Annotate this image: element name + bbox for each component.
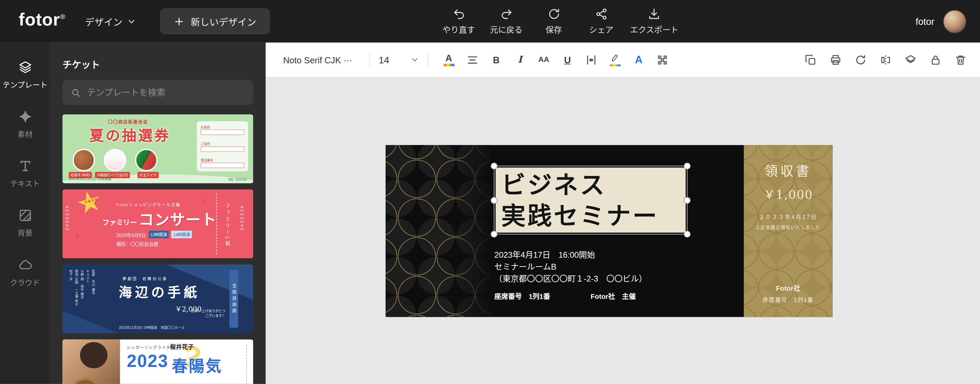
thumb2-host: Fotorショッピングモール主催 — [116, 201, 181, 207]
save-button[interactable]: 保存 — [535, 8, 572, 35]
chevron-down-icon — [411, 56, 419, 64]
lock-button[interactable] — [926, 50, 945, 69]
thumb2-title-big: コンサート — [139, 208, 217, 229]
design-menu[interactable]: デザイン — [85, 15, 136, 28]
template-thumb-summer-lottery[interactable]: 〇〇商店街連合会 夏の抽選券 松阪牛 800G 沖縄旅行ペア2泊3日 大玉スイカ… — [63, 115, 253, 183]
italic-button[interactable]: I — [511, 50, 530, 69]
search-input[interactable] — [87, 88, 245, 97]
text-effects-button[interactable]: A — [630, 50, 648, 69]
undo-label: 元に戻る — [490, 23, 523, 35]
canvas[interactable]: 領収書 ￥1,000 ２０２３年4月17日 上記金額正領収いたしました Foto… — [266, 78, 980, 384]
download-icon — [648, 8, 661, 21]
cloud-icon — [18, 258, 32, 272]
ticket-info-text[interactable]: 2023年4月17日 16:00開始 セミナールームB （東京都〇〇区〇〇町１-… — [495, 249, 647, 285]
case-letters: AA — [538, 55, 549, 65]
bold-button[interactable]: B — [487, 50, 506, 69]
form-label: お名前 — [201, 124, 245, 129]
template-search[interactable] — [63, 80, 253, 105]
print-button[interactable] — [826, 50, 845, 69]
font-size-select[interactable]: 14 — [379, 54, 419, 65]
opacity-button[interactable] — [653, 50, 672, 69]
flip-button[interactable] — [876, 50, 895, 69]
sidebar-item-templates[interactable]: テンプレート — [0, 50, 50, 99]
perforation-line — [247, 344, 247, 384]
template-thumb-spring-concert[interactable]: ? シンガーソングライター 桜井花子 2023 春陽気 May 6, 2023 … — [63, 339, 253, 384]
thumb1-footer-date: 2023年8月1日(月) 20時抽選 — [69, 176, 111, 182]
toolbar-divider — [427, 52, 428, 68]
sidebar-item-elements[interactable]: 素材 — [0, 99, 50, 149]
rotate-button[interactable] — [851, 50, 870, 69]
avatar[interactable] — [943, 10, 966, 33]
search-icon — [71, 87, 81, 98]
sidebar-item-cloud[interactable]: クラウド — [0, 247, 50, 297]
rotate-icon — [854, 53, 867, 66]
thumb3-seating: 全席自由席 — [229, 270, 238, 328]
checkerboard-icon — [656, 53, 669, 66]
sidebar-item-text[interactable]: テキスト — [0, 149, 50, 198]
thumb3-title: 海辺の手紙 — [119, 282, 200, 301]
prize-photo-watermelon — [135, 149, 158, 171]
export-button[interactable]: エクスポート — [630, 8, 679, 35]
layers-button[interactable] — [901, 50, 920, 69]
selection-handle-bottom-left[interactable] — [491, 231, 498, 237]
thumb4-title: 春陽気 — [172, 353, 223, 376]
prize-ribbon: 大玉スイカ — [137, 172, 159, 178]
template-thumb-seaside-letter[interactable]: 監督 北川 謙司 キャスト： 小野 翔 桜木 穂次 相羽 正樹 一之瀬 和子 松… — [63, 264, 253, 333]
chevron-down-icon — [127, 18, 136, 25]
sidebar-item-label: 背景 — [18, 227, 32, 237]
selection-handle-top-left[interactable] — [491, 163, 498, 169]
share-button[interactable]: シェア — [582, 8, 620, 35]
selected-text-element[interactable]: ビジネス 実践セミナー — [494, 166, 687, 234]
thumb2-stub-type: ファミリー1組 — [224, 203, 231, 247]
ticket-seat-text[interactable]: 座席番号 1列1番 — [495, 291, 550, 301]
underline-button[interactable]: U — [558, 50, 577, 69]
letter-case-button[interactable]: AA — [534, 50, 553, 69]
thumb2-serial-left: #123242 — [65, 206, 69, 231]
thumb2-date: 2023年5月5日 — [116, 231, 146, 238]
stub-note: 上記金額正領収いたしました — [756, 224, 821, 230]
undo-button[interactable]: 元に戻る — [488, 8, 525, 35]
perforation-line — [216, 193, 217, 255]
form-label: 電話番号 — [201, 158, 245, 162]
text-highlight-button[interactable] — [606, 50, 624, 69]
text-color-letter: A — [445, 53, 452, 63]
selection-handle-top-right[interactable] — [684, 163, 690, 169]
sparkle-icon — [18, 109, 32, 124]
thumb2-title-small: ファミリー — [102, 217, 137, 229]
ticket-info-line1: 2023年4月17日 16:00開始 — [495, 249, 647, 261]
new-design-button[interactable]: 新しいデザイン — [160, 8, 270, 34]
stub-price: ￥1,000 — [763, 185, 813, 202]
spacing-button[interactable] — [582, 50, 601, 69]
ticket-stub-content: 領収書 ￥1,000 ２０２３年4月17日 上記金額正領収いたしました Foto… — [744, 145, 833, 317]
ticket-title-line1: ビジネス — [501, 169, 686, 200]
ticket-design[interactable]: 領収書 ￥1,000 ２０２３年4月17日 上記金額正領収いたしました Foto… — [385, 145, 832, 317]
font-size-value: 14 — [379, 54, 389, 65]
selection-handle-bottom-right[interactable] — [684, 231, 690, 237]
text-align-button[interactable] — [463, 50, 482, 69]
fotor-logo[interactable]: fotor® — [19, 10, 66, 30]
duplicate-button[interactable] — [801, 50, 820, 69]
thumb3-thanks: お買い上げありがとうございます！ — [191, 308, 226, 318]
selection-handle-middle-left[interactable] — [491, 197, 498, 204]
stripes-square-icon — [18, 208, 32, 223]
title-text-block[interactable]: ビジネス 実践セミナー — [496, 167, 686, 233]
text-color-button[interactable]: A — [439, 50, 458, 69]
topbar: fotor® デザイン 新しいデザイン やり直す 元に戻る 保存 — [0, 0, 980, 43]
sidebar-item-background[interactable]: 背景 — [0, 198, 50, 247]
sidebar-item-label: テキスト — [10, 178, 40, 188]
redo-button[interactable]: やり直す — [440, 8, 477, 35]
music-note-icon: ♪ — [200, 195, 207, 206]
form-row: ご住所 — [201, 141, 245, 151]
ticket-title-line2: 実践セミナー — [501, 200, 686, 231]
prize-photo-shaved-ice — [104, 149, 126, 171]
delete-button[interactable] — [951, 50, 970, 69]
stub-date: ２０２３年4月17日 — [759, 212, 817, 220]
font-family-select[interactable]: Noto Serif CJK ··· — [283, 55, 361, 65]
export-label: エクスポート — [630, 23, 679, 35]
panel-title: チケット — [63, 57, 253, 71]
selection-handle-middle-right[interactable] — [684, 197, 690, 204]
topbar-actions: やり直す 元に戻る 保存 シェア エクスポート — [440, 0, 679, 43]
ticket-host-text[interactable]: Fotor社 主催 — [591, 291, 636, 301]
thumb2-stub-serial: #123242 — [240, 206, 244, 231]
template-thumb-family-concert[interactable]: #123242 ★ ドキドキ♪ Fotorショッピングモール主催 ファミリー コ… — [63, 190, 253, 258]
